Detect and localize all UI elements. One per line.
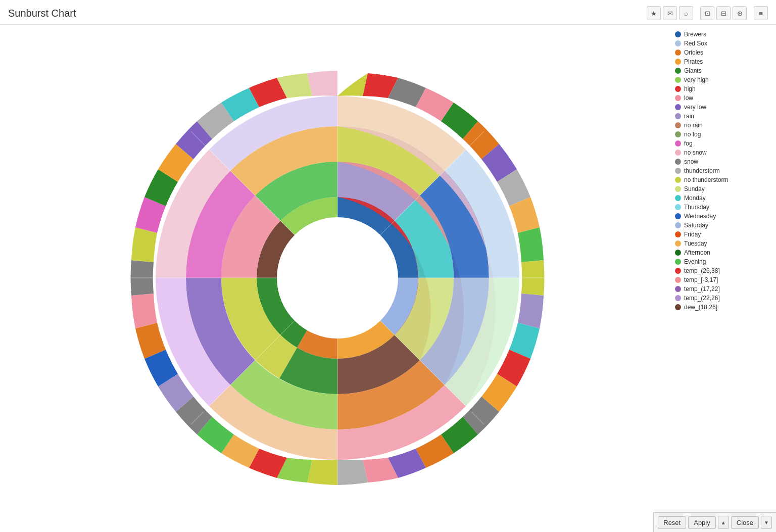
legend-color-dot: [675, 231, 681, 237]
legend-color-dot: [675, 213, 681, 219]
legend-item: Evening: [675, 257, 771, 266]
legend-items: BrewersRed SoxOriolesPiratesGiantsvery h…: [675, 30, 771, 312]
legend-item: Saturday: [675, 221, 771, 230]
legend: BrewersRed SoxOriolesPiratesGiantsvery h…: [675, 25, 776, 530]
legend-label: no fog: [684, 131, 701, 138]
legend-item: very high: [675, 75, 771, 84]
legend-label: very low: [684, 104, 706, 111]
legend-item: Sunday: [675, 184, 771, 194]
legend-item: Wednesday: [675, 212, 771, 221]
legend-item: Thursday: [675, 203, 771, 212]
legend-color-dot: [675, 268, 681, 274]
email-button[interactable]: ✉: [663, 6, 677, 20]
search-button[interactable]: ⌕: [679, 6, 693, 20]
page-title: Sunburst Chart: [8, 8, 76, 19]
legend-label: rain: [684, 113, 694, 120]
legend-item: low: [675, 93, 771, 103]
legend-label: dew_(18,26]: [684, 304, 717, 311]
legend-label: thunderstorm: [684, 167, 720, 174]
legend-color-dot: [675, 113, 681, 119]
legend-label: high: [684, 85, 696, 92]
zoom-button[interactable]: ⊕: [733, 6, 747, 20]
share-button[interactable]: ⊡: [700, 6, 714, 20]
legend-item: Tuesday: [675, 239, 771, 248]
legend-item: Afternoon: [675, 248, 771, 257]
legend-label: fog: [684, 140, 693, 147]
legend-item: Friday: [675, 230, 771, 239]
legend-label: Wednesday: [684, 213, 716, 220]
apply-button[interactable]: Apply: [688, 516, 716, 529]
legend-item: high: [675, 84, 771, 93]
svg-point-0: [277, 217, 398, 338]
legend-color-dot: [675, 286, 681, 292]
legend-label: Thursday: [684, 204, 709, 211]
legend-label: temp_(17,22]: [684, 285, 720, 293]
legend-color-dot: [675, 159, 681, 165]
legend-color-dot: [675, 50, 681, 56]
legend-item: thunderstorm: [675, 166, 771, 175]
legend-item: Giants: [675, 66, 771, 75]
legend-color-dot: [675, 86, 681, 92]
header: Sunburst Chart ★ ✉ ⌕ ⊡ ⊟ ⊕ ≡: [0, 0, 776, 25]
legend-label: Monday: [684, 195, 706, 202]
legend-color-dot: [675, 295, 681, 301]
legend-label: no thunderstorm: [684, 176, 728, 183]
chart-area: [0, 25, 675, 530]
legend-color-dot: [675, 140, 681, 147]
legend-label: Evening: [684, 258, 706, 265]
legend-item: temp_(17,22]: [675, 284, 771, 294]
legend-item: no thunderstorm: [675, 175, 771, 184]
legend-color-dot: [675, 259, 681, 265]
legend-item: Red Sox: [675, 39, 771, 48]
legend-color-dot: [675, 250, 681, 256]
legend-color-dot: [675, 59, 681, 65]
legend-color-dot: [675, 40, 681, 46]
legend-color-dot: [675, 104, 681, 110]
toolbar: ★ ✉ ⌕ ⊡ ⊟ ⊕ ≡: [647, 6, 768, 20]
bottom-bar: Reset Apply ▲ Close ▼: [653, 512, 776, 532]
legend-item: snow: [675, 157, 771, 166]
legend-item: no fog: [675, 130, 771, 139]
legend-item: temp_(22,26]: [675, 294, 771, 303]
legend-label: Orioles: [684, 49, 703, 56]
menu-button[interactable]: ≡: [754, 6, 768, 20]
legend-color-dot: [675, 195, 681, 201]
legend-color-dot: [675, 304, 681, 310]
legend-color-dot: [675, 122, 681, 128]
legend-item: dew_(18,26]: [675, 303, 771, 312]
legend-item: no rain: [675, 121, 771, 130]
legend-item: Orioles: [675, 48, 771, 57]
scroll-down-button[interactable]: ▼: [761, 516, 772, 529]
legend-label: low: [684, 94, 693, 102]
legend-label: temp_(22,26]: [684, 295, 720, 302]
legend-color-dot: [675, 277, 681, 283]
legend-item: very low: [675, 103, 771, 112]
legend-label: Saturday: [684, 222, 708, 229]
legend-color-dot: [675, 150, 681, 156]
legend-color-dot: [675, 95, 681, 101]
legend-label: Friday: [684, 231, 701, 238]
legend-item: temp_(26,38]: [675, 266, 771, 275]
legend-label: Afternoon: [684, 249, 710, 256]
legend-color-dot: [675, 68, 681, 74]
legend-label: Red Sox: [684, 40, 707, 47]
legend-color-dot: [675, 222, 681, 228]
legend-color-dot: [675, 204, 681, 210]
legend-item: no snow: [675, 148, 771, 157]
star-button[interactable]: ★: [647, 6, 661, 20]
legend-color-dot: [675, 31, 681, 37]
sunburst-chart: [120, 61, 555, 495]
legend-label: Sunday: [684, 185, 705, 192]
grid-button[interactable]: ⊟: [716, 6, 731, 20]
legend-label: Tuesday: [684, 240, 707, 247]
legend-label: temp_(26,38]: [684, 267, 720, 274]
legend-label: Giants: [684, 67, 702, 74]
legend-label: snow: [684, 158, 698, 165]
legend-label: Brewers: [684, 31, 706, 38]
legend-color-dot: [675, 131, 681, 137]
legend-item: Brewers: [675, 30, 771, 39]
scroll-up-button[interactable]: ▲: [718, 516, 729, 529]
reset-button[interactable]: Reset: [658, 516, 686, 529]
close-button[interactable]: Close: [731, 516, 759, 529]
legend-item: Monday: [675, 194, 771, 203]
